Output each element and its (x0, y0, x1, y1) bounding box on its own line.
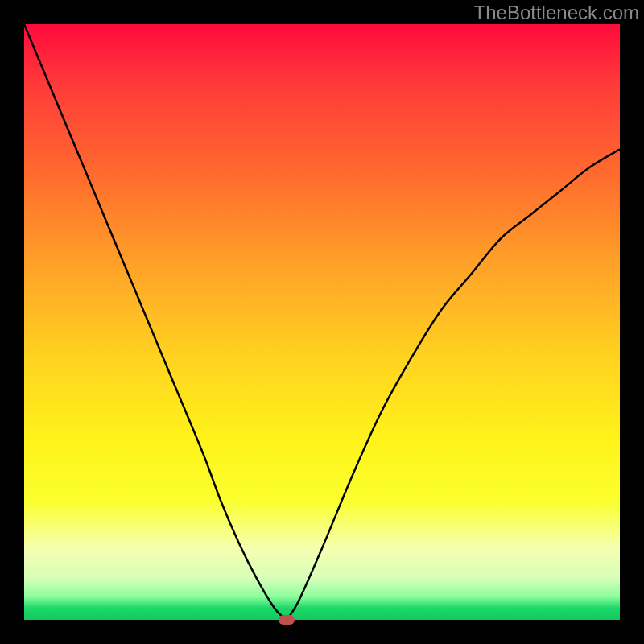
curve-left (24, 24, 287, 620)
optimum-marker (279, 615, 295, 625)
chart-container: TheBottleneck.com (0, 0, 644, 644)
plot-area (24, 24, 620, 620)
watermark-text: TheBottleneck.com (474, 2, 639, 24)
curve-right (287, 149, 620, 620)
curve-svg (24, 24, 620, 620)
